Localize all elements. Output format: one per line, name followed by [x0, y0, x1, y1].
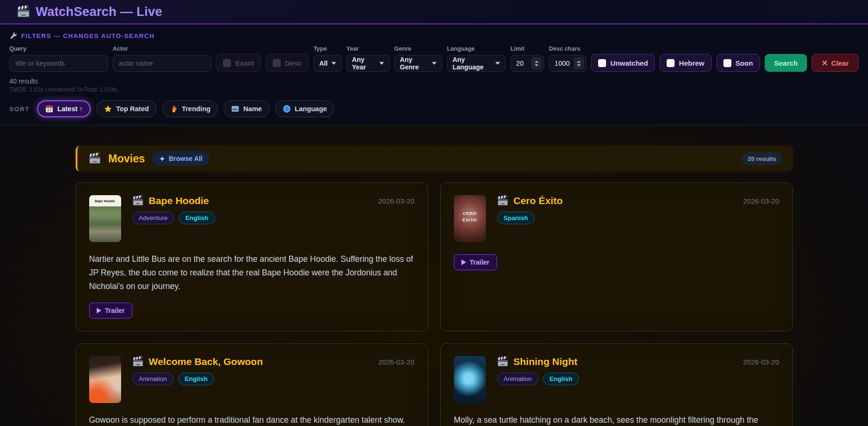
movie-title[interactable]: Cero Éxito: [514, 195, 563, 206]
language-tag[interactable]: English: [178, 373, 215, 385]
filters-heading: FILTERS — CHANGES AUTO-SEARCH: [9, 32, 859, 40]
actor-field-group: Actor: [113, 46, 211, 72]
language-field-group: Language Any Language: [447, 46, 506, 72]
desc-chars-spinner[interactable]: [574, 57, 584, 69]
sort-option-trending[interactable]: Trending: [162, 100, 218, 117]
movie-card: Welcome Back, Gowoon 2026-03-20 Animatio…: [76, 343, 428, 426]
movie-poster[interactable]: [454, 356, 486, 403]
exact-checkbox[interactable]: Exact: [216, 54, 261, 72]
filter-controls-row: Query Actor Exact Desc Type All: [9, 46, 859, 72]
search-button[interactable]: Search: [765, 54, 807, 72]
app-title: WatchSearch — Live: [36, 5, 162, 19]
language-tag[interactable]: English: [543, 373, 579, 385]
actor-input[interactable]: [113, 55, 211, 72]
svg-text:17: 17: [47, 108, 52, 112]
type-field-group: Type All: [314, 46, 342, 72]
language-tag[interactable]: English: [179, 212, 215, 224]
year-field-group: Year Any Year: [346, 46, 390, 72]
query-label: Query: [9, 46, 108, 52]
query-input[interactable]: [9, 55, 108, 72]
language-select[interactable]: Any Language: [447, 55, 506, 72]
movie-title[interactable]: Welcome Back, Gowoon: [149, 356, 263, 367]
movie-title[interactable]: Shining Night: [514, 356, 577, 367]
desc-chars-field-group: Desc chars: [549, 46, 586, 72]
browse-all-button[interactable]: Browse All: [152, 151, 209, 166]
close-icon: ✕: [822, 59, 828, 68]
play-icon: [97, 308, 101, 313]
movie-card: Bape Hoodie Bape Hoodie 2026-03-20: [76, 183, 428, 331]
desc-checkbox-box: [273, 59, 281, 67]
clear-button[interactable]: ✕ Clear: [812, 54, 859, 72]
exact-checkbox-box: [223, 59, 231, 67]
results-area: Movies Browse All 20 results Bape Hoodie: [0, 125, 868, 426]
language-tag[interactable]: Spanish: [497, 212, 535, 224]
poster-caption: Bape Hoodie: [89, 195, 121, 206]
filters-panel: FILTERS — CHANGES AUTO-SEARCH Query Acto…: [0, 24, 868, 95]
desc-chars-input[interactable]: [549, 60, 574, 67]
trailer-button[interactable]: Trailer: [89, 303, 132, 319]
app-header: WatchSearch — Live: [0, 0, 868, 24]
sort-option-latest[interactable]: 17 Latest ↑: [37, 100, 91, 117]
flame-icon: [169, 105, 178, 113]
movie-description: Molly, a sea turtle hatching on a dark b…: [454, 413, 779, 426]
movie-description: Nartier and Little Bus are on the search…: [89, 252, 415, 293]
year-label: Year: [346, 46, 390, 52]
sparkle-icon: [159, 156, 165, 162]
type-select[interactable]: All: [314, 55, 342, 72]
limit-spinner[interactable]: [531, 57, 542, 69]
movie-poster[interactable]: CERO ÉXITO: [454, 195, 486, 242]
limit-stepper: [510, 55, 544, 72]
genre-tag[interactable]: Animation: [497, 373, 538, 385]
sort-option-top-rated[interactable]: Top Rated: [96, 100, 156, 117]
section-title: Movies: [108, 152, 145, 165]
soon-checkbox[interactable]: Soon: [716, 54, 760, 72]
release-date: 2026-03-20: [743, 197, 779, 205]
sort-label: SORT: [9, 106, 30, 113]
movies-section-header: Movies Browse All 20 results: [76, 146, 793, 171]
clapperboard-icon: [89, 152, 101, 165]
spin-down-icon: [577, 64, 581, 67]
genre-field-group: Genre Any Genre: [394, 46, 442, 72]
release-date: 2026-03-20: [378, 358, 415, 366]
genre-tag[interactable]: Animation: [132, 373, 174, 385]
chevron-down-icon: [432, 62, 437, 65]
movie-cards-grid: Bape Hoodie Bape Hoodie 2026-03-20: [76, 183, 793, 426]
limit-field-group: Limit: [510, 46, 544, 72]
sort-option-name[interactable]: abc Name: [223, 100, 269, 117]
genre-tag[interactable]: Adventure: [132, 212, 175, 224]
genre-label: Genre: [394, 46, 442, 52]
unwatched-checkbox[interactable]: Unwatched: [591, 54, 655, 72]
hebrew-checkbox-box: [667, 59, 675, 67]
desc-checkbox[interactable]: Desc: [266, 54, 309, 72]
movie-title[interactable]: Bape Hoodie: [149, 195, 209, 206]
clapperboard-icon: [132, 356, 144, 367]
genre-select[interactable]: Any Genre: [394, 55, 442, 72]
trailer-button[interactable]: Trailer: [454, 254, 497, 270]
type-label: Type: [314, 46, 342, 52]
sort-option-language[interactable]: Language: [275, 100, 334, 117]
clapperboard-icon: [132, 195, 144, 206]
limit-input[interactable]: [511, 60, 531, 67]
calendar-icon: 17: [45, 105, 54, 113]
year-select[interactable]: Any Year: [346, 55, 390, 72]
release-date: 2026-03-20: [378, 197, 415, 205]
desc-chars-stepper: [549, 55, 586, 72]
movie-poster[interactable]: Bape Hoodie: [89, 195, 121, 242]
chevron-down-icon: [331, 62, 336, 65]
wrench-icon: [9, 32, 17, 40]
filters-and-sort-zone: FILTERS — CHANGES AUTO-SEARCH Query Acto…: [0, 24, 868, 125]
movie-description: Gowoon is supposed to perform a traditio…: [89, 413, 415, 426]
star-icon: [104, 105, 112, 113]
query-field-group: Query: [9, 46, 108, 72]
sort-bar: SORT 17 Latest ↑ Top Rated: [0, 95, 868, 125]
spin-up-icon: [535, 61, 538, 63]
movie-card: CERO ÉXITO Cero Éxito 2026-03-20: [440, 183, 793, 331]
spin-down-icon: [535, 64, 538, 67]
svg-text:abc: abc: [232, 107, 238, 111]
results-count: 40 results: [9, 77, 859, 85]
language-label: Language: [447, 46, 506, 52]
hebrew-checkbox[interactable]: Hebrew: [660, 54, 711, 72]
abc-icon: abc: [231, 105, 239, 113]
movie-poster[interactable]: [89, 356, 121, 403]
actor-label: Actor: [113, 46, 211, 52]
